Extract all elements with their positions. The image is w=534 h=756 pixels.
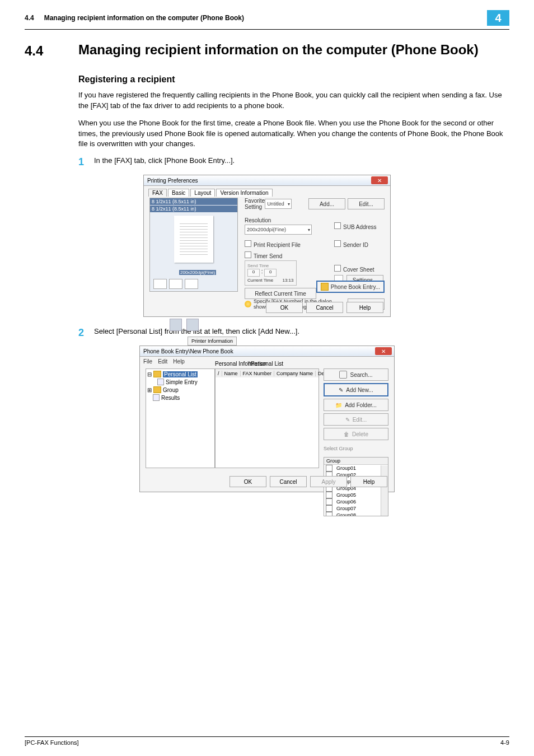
edit-entry-button[interactable]: ✎Edit... [324,413,388,426]
help-button[interactable]: Help [350,476,387,487]
phone-book-icon [321,283,329,291]
apply-button[interactable]: Apply [310,476,347,487]
hint-bulb-icon [245,301,251,307]
results-icon [153,394,160,401]
tab-version[interactable]: Version Information [216,189,272,197]
group-item[interactable]: Group06 [336,499,356,505]
col-sort[interactable]: / [216,371,222,376]
favorite-setting-dropdown[interactable]: Untitled [265,199,292,209]
close-icon[interactable]: ✕ [375,347,392,355]
group-checkbox[interactable] [326,512,332,516]
add-folder-button[interactable]: 📁Add Folder... [324,399,388,411]
group-checkbox[interactable] [326,498,332,505]
ok-button[interactable]: OK [229,476,266,487]
edit-button[interactable]: Edit... [348,198,385,209]
add-icon: ✎ [339,387,343,393]
group-item[interactable]: Group01 [336,465,356,471]
header-rule [25,29,509,30]
menu-edit[interactable]: Edit [158,358,167,365]
col-company[interactable]: Company Name [274,371,316,376]
send-min-field[interactable]: 0 [264,269,277,277]
scrollbar[interactable] [381,465,388,516]
col-fax[interactable]: FAX Number [241,371,275,376]
dlg2-title: Phone Book Entry\New Phone Book [143,348,233,354]
dlg1-tabs: FAX Basic Layout Version Information [148,189,273,197]
printer-icon [170,319,182,331]
step-1-number: 1 [78,156,94,168]
screenshot-phone-book-entry: Phone Book Entry\New Phone Book ✕ File E… [139,346,395,492]
menu-file[interactable]: File [143,358,152,365]
cover-sheet-checkbox[interactable] [334,265,341,272]
add-new-button[interactable]: ✎Add New... [324,383,388,396]
paper-size-bottom: 8 1/2x11 (8.5x11 in) [150,206,237,212]
ok-button[interactable]: OK [266,302,303,313]
resolution-label: Resolution [245,217,323,223]
delete-icon: 🗑 [344,431,349,437]
view-icon-2[interactable] [169,279,182,289]
step-2-text: Select [Personal List] from the list at … [94,327,509,335]
header-section-title: Managing recipient information on the co… [44,14,484,22]
print-recipient-checkbox[interactable] [245,240,251,247]
group-checkbox[interactable] [326,492,332,498]
paper-size-top: 8 1/2x11 (8.5x11 in) [150,198,237,205]
close-icon[interactable]: ✕ [371,176,388,184]
step-1-text: In the [FAX] tab, click [Phone Book Entr… [94,156,509,165]
view-icon-3[interactable] [185,279,198,289]
delete-button[interactable]: 🗑Delete [324,428,388,440]
send-hour-field[interactable]: 0 [247,269,260,277]
tree-personal-list[interactable]: Personal List [163,371,198,377]
tab-basic[interactable]: Basic [168,189,189,197]
timer-send-checkbox[interactable] [245,251,251,258]
reflect-current-time-button[interactable]: Reflect Current Time [245,288,316,299]
group-item[interactable]: Group08 [336,512,356,516]
tab-fax[interactable]: FAX [148,189,167,197]
search-button[interactable]: Search... [324,368,388,381]
phone-book-entry-button[interactable]: Phone Book Entry... [316,281,385,293]
current-time-label: Current Time [247,278,273,283]
chapter-badge: 4 [487,10,509,26]
group-item[interactable]: Group07 [336,506,356,511]
tree-simple-entry[interactable]: Simple Entry [166,379,198,385]
sub-address-checkbox[interactable] [334,222,341,229]
paper-preview-panel: 8 1/2x11 (8.5x11 in) 8 1/2x11 (8.5x11 in… [149,198,238,292]
col-name[interactable]: Name [222,371,241,376]
paragraph-1: If you have registered the frequently ca… [78,90,509,111]
folder-plus-icon: 📁 [335,402,342,408]
sub-address-label: SUB Address [343,224,376,230]
resolution-dropdown[interactable]: 200x200dpi(Fine) [245,225,312,235]
printer-information-button[interactable]: Printer Information [188,337,237,346]
list-area [215,377,319,468]
tree-group[interactable]: Group [163,387,179,393]
view-icon-1[interactable] [153,279,167,289]
screenshot-printing-preferences: Printing Preferences ✕ FAX Basic Layout … [143,175,391,317]
footer-page: 4-9 [500,739,509,746]
resolution-tag: 200x200dpi(Fine) [179,270,216,275]
folder-icon [153,371,161,377]
tree-results[interactable]: Results [161,395,180,401]
group-checkbox[interactable] [326,465,332,472]
heading-text: Managing recipient information on the co… [78,42,479,58]
add-button[interactable]: Add... [308,198,345,209]
paper-preview-icon [174,216,213,263]
group-item[interactable]: Group05 [336,492,356,498]
tab-layout[interactable]: Layout [190,189,215,197]
select-group-label: Select Group [324,446,388,451]
footer-left: [PC-FAX Functions] [25,739,79,746]
printer-status-icon [186,319,199,331]
help-button[interactable]: Help [346,302,383,313]
favorite-setting-label: Favorite Setting [245,198,265,210]
entry-icon [157,379,164,385]
group-checkbox[interactable] [326,505,332,512]
cancel-button[interactable]: Cancel [270,476,307,487]
sender-id-checkbox[interactable] [334,240,341,247]
path-label: \\Personal List [248,361,283,367]
phone-book-entry-label: Phone Book Entry... [331,284,380,290]
folder-icon [153,386,161,393]
subheading: Registering a recipient [78,74,509,85]
dlg1-title: Printing Preferences [147,178,198,184]
search-icon [339,371,347,379]
paragraph-2: When you use the Phone Book for the firs… [78,118,509,150]
menu-help[interactable]: Help [173,358,185,365]
header-section-number: 4.4 [25,14,34,22]
cancel-button[interactable]: Cancel [306,302,343,313]
